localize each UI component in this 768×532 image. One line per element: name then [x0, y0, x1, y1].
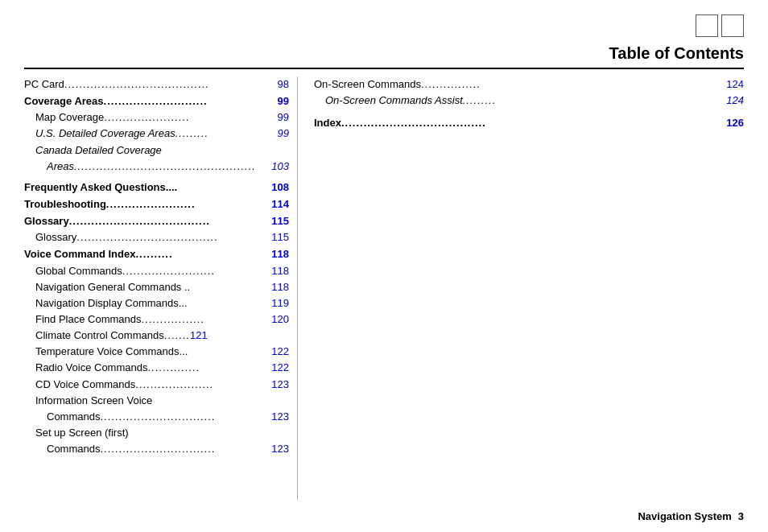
- toc-radio-voice: Radio Voice Commands.............. 122: [24, 360, 289, 376]
- toc-index-page[interactable]: 126: [726, 115, 744, 131]
- toc-climate-control-page[interactable]: 121: [190, 328, 208, 344]
- toc-troubleshooting-label: Troubleshooting........................: [24, 196, 271, 212]
- toc-index: Index ..................................…: [314, 115, 744, 131]
- toc-setup-screen-commands: Commands............................... …: [24, 441, 289, 457]
- toc-glossary-section-page[interactable]: 115: [271, 213, 289, 229]
- toc-voice-command-index: Voice Command Index.......... 118: [24, 246, 289, 262]
- toc-find-place-label: Find Place Commands.................: [35, 311, 271, 328]
- toc-on-screen-assist-label: On-Screen Commands Assist.........: [325, 93, 726, 109]
- toc-content: PC Card ................................…: [24, 76, 744, 500]
- toc-temp-voice: Temperature Voice Commands... 122: [24, 344, 289, 360]
- toc-glossary-sub-page[interactable]: 115: [271, 229, 289, 245]
- page-title-area: Table of Contents: [609, 44, 744, 63]
- toc-nav-display: Navigation Display Commands... 119: [24, 295, 289, 311]
- toc-glossary-sub: Glossary ...............................…: [24, 229, 289, 245]
- toc-glossary-section-label: Glossary ...............................…: [24, 213, 271, 229]
- toc-coverage-areas-page[interactable]: 99: [278, 93, 289, 109]
- toc-right-column: On-Screen Commands................ 124 O…: [298, 76, 744, 500]
- toc-pc-card-page[interactable]: 98: [278, 76, 289, 93]
- toc-find-place: Find Place Commands................. 120: [24, 311, 289, 328]
- toc-canada-areas-page[interactable]: 103: [271, 159, 289, 175]
- toc-map-coverage-label: Map Coverage .......................: [35, 109, 278, 126]
- toc-setup-screen-label: Set up Screen (first): [35, 425, 289, 441]
- toc-global-commands-label: Global Commands.........................: [35, 263, 271, 279]
- toc-on-screen-commands-label: On-Screen Commands................: [314, 76, 726, 93]
- toc-on-screen-commands: On-Screen Commands................ 124: [314, 76, 744, 93]
- toc-climate-control-label: Climate Control Commands....... 121: [35, 328, 289, 344]
- toc-canada-areas-label: Areas...................................…: [47, 159, 271, 175]
- toc-nav-general: Navigation General Commands .. 118: [24, 279, 289, 295]
- toc-faq-label: Frequently Asked Questions....: [24, 179, 271, 196]
- toc-info-screen-commands-label: Commands...............................: [47, 409, 271, 425]
- toc-pc-card-label: PC Card ................................…: [24, 76, 278, 93]
- toc-on-screen-commands-page[interactable]: 124: [726, 76, 744, 93]
- toc-glossary-section: Glossary ...............................…: [24, 213, 289, 229]
- corner-box-2[interactable]: [721, 14, 744, 37]
- toc-nav-general-label: Navigation General Commands ..: [35, 279, 271, 295]
- toc-map-coverage-page[interactable]: 99: [278, 109, 289, 126]
- toc-global-commands: Global Commands.........................…: [24, 263, 289, 279]
- toc-map-coverage: Map Coverage ....................... 99: [24, 109, 289, 126]
- toc-faq: Frequently Asked Questions.... 108: [24, 179, 289, 196]
- toc-global-commands-page[interactable]: 118: [271, 263, 289, 279]
- toc-nav-display-label: Navigation Display Commands...: [35, 295, 271, 311]
- toc-index-label: Index ..................................…: [314, 115, 726, 131]
- toc-troubleshooting: Troubleshooting........................ …: [24, 196, 289, 212]
- toc-faq-page[interactable]: 108: [271, 179, 289, 196]
- toc-setup-screen-commands-label: Commands...............................: [47, 441, 271, 457]
- toc-info-screen-commands: Commands............................... …: [24, 409, 289, 425]
- toc-temp-voice-page[interactable]: 122: [271, 344, 289, 360]
- toc-on-screen-assist-page[interactable]: 124: [726, 93, 744, 109]
- toc-voice-command-index-page[interactable]: 118: [271, 246, 289, 262]
- toc-info-screen-voice-label: Information Screen Voice: [35, 393, 289, 409]
- toc-canada-coverage: Canada Detailed Coverage: [24, 142, 289, 159]
- toc-on-screen-assist: On-Screen Commands Assist......... 124: [314, 93, 744, 109]
- toc-us-coverage-page[interactable]: 99: [278, 126, 289, 142]
- toc-us-coverage: U.S. Detailed Coverage Areas......... 99: [24, 126, 289, 142]
- toc-cd-voice-label: CD Voice Commands.....................: [35, 377, 271, 393]
- toc-left-column: PC Card ................................…: [24, 76, 298, 500]
- toc-pc-card: PC Card ................................…: [24, 76, 289, 93]
- toc-nav-display-page[interactable]: 119: [271, 295, 289, 311]
- toc-coverage-areas: Coverage Areas..........................…: [24, 93, 289, 109]
- toc-radio-voice-page[interactable]: 122: [271, 360, 289, 376]
- toc-us-coverage-label: U.S. Detailed Coverage Areas.........: [35, 126, 278, 142]
- toc-radio-voice-label: Radio Voice Commands..............: [35, 360, 271, 376]
- toc-coverage-areas-label: Coverage Areas..........................…: [24, 93, 278, 109]
- footer-page: 3: [738, 510, 744, 522]
- toc-setup-screen-commands-page[interactable]: 123: [271, 441, 289, 457]
- toc-setup-screen: Set up Screen (first): [24, 425, 289, 441]
- toc-nav-general-page[interactable]: 118: [271, 279, 289, 295]
- footer-label: Navigation System: [638, 510, 731, 522]
- toc-cd-voice-page[interactable]: 123: [271, 377, 289, 393]
- toc-voice-command-index-label: Voice Command Index..........: [24, 246, 271, 262]
- toc-cd-voice: CD Voice Commands..................... 1…: [24, 377, 289, 393]
- toc-glossary-sub-label: Glossary ...............................…: [35, 229, 271, 245]
- page-title: Table of Contents: [609, 44, 744, 63]
- toc-info-screen-commands-page[interactable]: 123: [271, 409, 289, 425]
- toc-temp-voice-label: Temperature Voice Commands...: [35, 344, 271, 360]
- title-divider: [24, 68, 744, 69]
- corner-box-1[interactable]: [696, 14, 718, 37]
- toc-find-place-page[interactable]: 120: [271, 311, 289, 328]
- toc-canada-coverage-label: Canada Detailed Coverage: [35, 142, 289, 159]
- toc-troubleshooting-page[interactable]: 114: [271, 196, 289, 212]
- corner-navigation: [696, 14, 744, 37]
- toc-canada-areas: Areas...................................…: [24, 159, 289, 175]
- toc-climate-control: Climate Control Commands....... 121: [24, 328, 289, 344]
- toc-info-screen-voice: Information Screen Voice: [24, 393, 289, 409]
- footer: Navigation System 3: [24, 510, 744, 522]
